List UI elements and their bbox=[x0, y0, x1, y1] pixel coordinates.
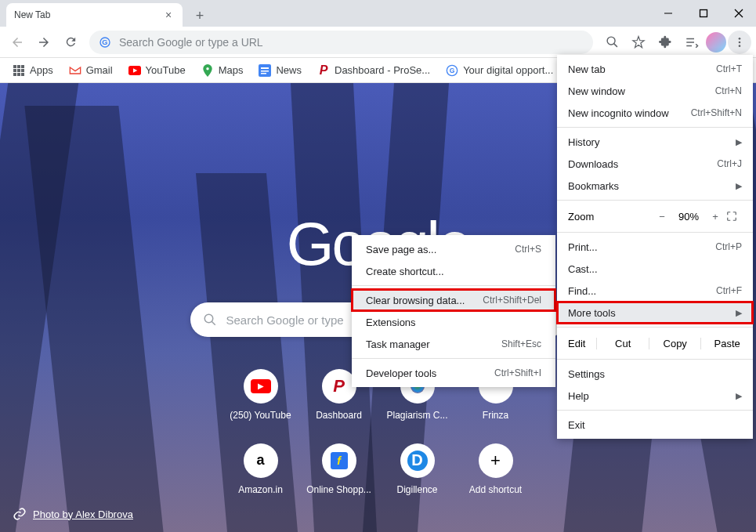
bookmark-digital[interactable]: G Your digital opport... bbox=[439, 61, 559, 80]
photo-credit[interactable]: Photo by Alex Dibrova bbox=[13, 507, 133, 521]
forward-button[interactable] bbox=[31, 30, 56, 55]
menu-incognito[interactable]: New incognito windowCtrl+Shift+N bbox=[557, 102, 753, 124]
svg-point-12 bbox=[206, 67, 208, 70]
chevron-right-icon: ▶ bbox=[736, 181, 742, 191]
menu-exit[interactable]: Exit bbox=[557, 414, 753, 436]
tab-title: New Tab bbox=[14, 9, 50, 20]
bookmark-maps[interactable]: Maps bbox=[195, 61, 250, 80]
menu-edit-row: Edit Cut Copy Paste bbox=[557, 331, 753, 356]
svg-rect-16 bbox=[261, 73, 266, 74]
shortcut-digillence[interactable]: DDigillence bbox=[378, 432, 457, 506]
apps-label: Apps bbox=[30, 64, 53, 76]
menu-task-manager[interactable]: Task managerShift+Esc bbox=[352, 333, 555, 355]
chevron-right-icon: ▶ bbox=[736, 391, 742, 401]
svg-text:G: G bbox=[450, 67, 455, 74]
menu-save-page[interactable]: Save page as...Ctrl+S bbox=[352, 238, 555, 260]
menu-print[interactable]: Print...Ctrl+P bbox=[557, 236, 753, 258]
shortcut-add[interactable]: +Add shortcut bbox=[457, 432, 535, 506]
window-controls bbox=[650, 0, 756, 27]
svg-point-19 bbox=[204, 314, 213, 323]
svg-line-20 bbox=[212, 321, 215, 325]
menu-help[interactable]: Help▶ bbox=[557, 385, 753, 407]
menu-settings[interactable]: Settings bbox=[557, 363, 753, 385]
close-window-button[interactable] bbox=[721, 0, 756, 27]
reload-button[interactable] bbox=[58, 30, 83, 55]
bookmark-youtube[interactable]: YouTube bbox=[122, 61, 192, 80]
chrome-menu-button[interactable] bbox=[728, 31, 751, 54]
svg-point-9 bbox=[739, 41, 741, 43]
omnibox[interactable]: G Search Google or type a URL bbox=[89, 31, 593, 54]
svg-point-10 bbox=[739, 45, 741, 47]
apps-button[interactable]: Apps bbox=[6, 61, 60, 80]
search-icon bbox=[203, 313, 217, 327]
menu-find[interactable]: Find...Ctrl+F bbox=[557, 280, 753, 302]
svg-line-7 bbox=[613, 44, 617, 47]
maximize-button[interactable] bbox=[685, 0, 721, 27]
copy-button[interactable]: Copy bbox=[649, 338, 701, 349]
titlebar: New Tab × + bbox=[0, 0, 756, 27]
shortcut-amazon[interactable]: aAmazon.in bbox=[222, 432, 300, 506]
new-tab-button[interactable]: + bbox=[189, 5, 211, 27]
chevron-right-icon: ▶ bbox=[736, 308, 742, 318]
bookmark-gmail[interactable]: Gmail bbox=[63, 61, 119, 80]
menu-bookmarks[interactable]: Bookmarks▶ bbox=[557, 175, 753, 197]
chevron-right-icon: ▶ bbox=[736, 137, 742, 147]
zoom-icon[interactable] bbox=[599, 30, 624, 55]
menu-zoom-row: Zoom − 90% + bbox=[557, 204, 753, 229]
svg-rect-15 bbox=[261, 71, 269, 72]
minimize-button[interactable] bbox=[650, 0, 685, 27]
svg-text:G: G bbox=[102, 38, 107, 46]
menu-extensions[interactable]: Extensions bbox=[352, 311, 555, 333]
cut-button[interactable]: Cut bbox=[596, 338, 649, 349]
menu-clear-browsing-data[interactable]: Clear browsing data...Ctrl+Shift+Del bbox=[352, 289, 555, 311]
link-icon bbox=[13, 507, 27, 521]
back-button[interactable] bbox=[5, 30, 30, 55]
media-control-icon[interactable] bbox=[679, 30, 704, 55]
profile-avatar[interactable] bbox=[706, 32, 726, 52]
shortcut-flipkart[interactable]: fOnline Shopp... bbox=[300, 432, 378, 506]
more-tools-submenu: Save page as...Ctrl+S Create shortcut...… bbox=[352, 235, 555, 387]
shortcut-youtube[interactable]: ▶(250) YouTube bbox=[222, 357, 300, 432]
menu-cast[interactable]: Cast... bbox=[557, 258, 753, 280]
bookmark-news[interactable]: News bbox=[252, 61, 308, 80]
svg-rect-1 bbox=[700, 10, 707, 17]
extensions-icon[interactable] bbox=[653, 30, 678, 55]
zoom-in-button[interactable]: + bbox=[704, 211, 726, 223]
menu-history[interactable]: History▶ bbox=[557, 131, 753, 153]
chrome-menu: New tabCtrl+T New windowCtrl+N New incog… bbox=[557, 55, 753, 439]
zoom-value: 90% bbox=[673, 211, 704, 223]
google-g-icon: G bbox=[446, 64, 458, 77]
menu-developer-tools[interactable]: Developer toolsCtrl+Shift+I bbox=[352, 362, 555, 384]
maps-icon bbox=[201, 64, 214, 77]
gmail-icon bbox=[69, 64, 81, 77]
svg-point-6 bbox=[607, 37, 615, 45]
menu-new-tab[interactable]: New tabCtrl+T bbox=[557, 58, 753, 80]
omnibox-placeholder: Search Google or type a URL bbox=[119, 36, 263, 49]
zoom-out-button[interactable]: − bbox=[651, 211, 673, 223]
bookmark-dashboard[interactable]: P Dashboard - ProSe... bbox=[311, 61, 436, 80]
menu-downloads[interactable]: DownloadsCtrl+J bbox=[557, 153, 753, 175]
svg-rect-14 bbox=[261, 67, 269, 69]
apps-icon bbox=[13, 65, 24, 76]
pinterest-icon: P bbox=[317, 64, 330, 77]
youtube-icon bbox=[128, 64, 141, 77]
news-icon bbox=[259, 64, 271, 77]
toolbar: G Search Google or type a URL bbox=[0, 27, 756, 58]
paste-button[interactable]: Paste bbox=[700, 338, 753, 349]
google-icon: G bbox=[99, 36, 111, 49]
menu-new-window[interactable]: New windowCtrl+N bbox=[557, 80, 753, 102]
search-placeholder: Search Google or type bbox=[226, 313, 344, 327]
menu-create-shortcut[interactable]: Create shortcut... bbox=[352, 260, 555, 282]
svg-point-8 bbox=[739, 38, 741, 40]
fullscreen-button[interactable] bbox=[726, 211, 742, 222]
bookmark-star-icon[interactable] bbox=[626, 30, 651, 55]
browser-tab[interactable]: New Tab × bbox=[6, 3, 183, 27]
close-tab-icon[interactable]: × bbox=[162, 9, 175, 21]
menu-more-tools[interactable]: More tools▶ bbox=[557, 302, 753, 324]
